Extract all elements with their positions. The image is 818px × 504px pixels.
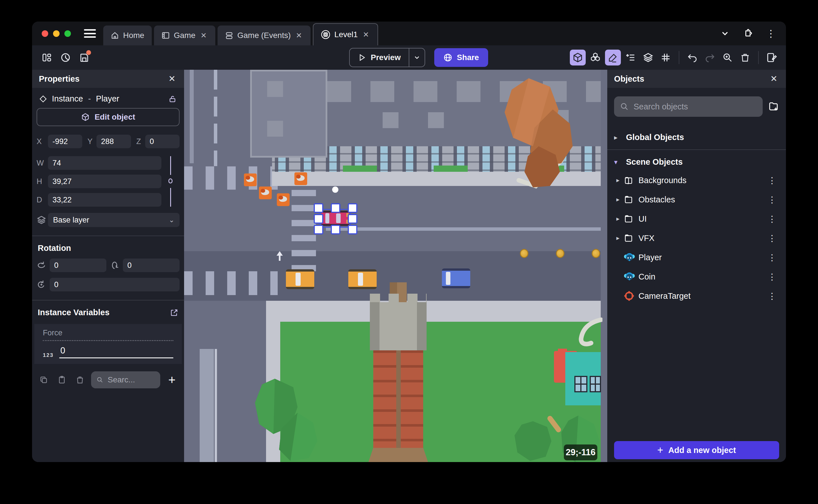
row-menu-icon[interactable]: ⋮ bbox=[765, 291, 779, 301]
obstacle-box[interactable] bbox=[259, 187, 272, 199]
edit-events-sheet-icon[interactable] bbox=[764, 50, 780, 65]
rotation-z-input[interactable] bbox=[50, 278, 179, 291]
extensions-puzzle-icon[interactable] bbox=[743, 28, 753, 39]
tab-game[interactable]: Game ✕ bbox=[154, 26, 215, 45]
z-input[interactable] bbox=[145, 135, 179, 148]
save-icon[interactable] bbox=[76, 50, 92, 65]
white-branch[interactable] bbox=[566, 317, 603, 351]
resize-handle-nw[interactable] bbox=[314, 203, 323, 213]
objects-tool-icon[interactable] bbox=[587, 50, 603, 65]
global-objects-section[interactable]: ▸ Global Objects bbox=[614, 133, 779, 142]
trash-icon[interactable] bbox=[73, 373, 87, 387]
rotation-y-input[interactable] bbox=[123, 259, 179, 272]
variable-value[interactable]: 0 bbox=[59, 346, 173, 358]
grid-icon[interactable] bbox=[658, 50, 674, 65]
corner-tower-building[interactable] bbox=[250, 70, 327, 158]
history-icon[interactable] bbox=[58, 50, 73, 65]
minimize-window-button[interactable] bbox=[53, 30, 60, 37]
preview-button-main[interactable]: Preview bbox=[350, 48, 409, 67]
coin[interactable] bbox=[520, 249, 529, 258]
resize-handle-w[interactable] bbox=[314, 214, 323, 224]
row-menu-icon[interactable]: ⋮ bbox=[765, 214, 779, 224]
objects-search[interactable] bbox=[614, 96, 763, 117]
tab-game-events[interactable]: Game (Events) ✕ bbox=[217, 26, 310, 45]
teal-building[interactable] bbox=[554, 349, 601, 405]
object-row-ui[interactable]: ▸ UI ⋮ bbox=[614, 209, 779, 228]
row-menu-icon[interactable]: ⋮ bbox=[765, 195, 779, 205]
player-car-selected[interactable] bbox=[321, 211, 349, 226]
copy-icon[interactable] bbox=[37, 373, 51, 387]
autumn-tree[interactable] bbox=[468, 75, 581, 194]
add-folder-icon[interactable] bbox=[768, 101, 779, 112]
resize-handle-se[interactable] bbox=[348, 225, 357, 234]
object-row-coin[interactable]: Coin ⋮ bbox=[614, 267, 779, 286]
variables-search[interactable] bbox=[91, 371, 160, 388]
object-row-vfx[interactable]: ▸ VFX ⋮ bbox=[614, 228, 779, 248]
layer-select[interactable]: Base layer ⌄ bbox=[48, 213, 179, 227]
blue-car[interactable] bbox=[442, 268, 470, 288]
rotation-x-input[interactable] bbox=[50, 259, 106, 272]
unlock-icon[interactable] bbox=[168, 95, 177, 103]
edit-tool-icon[interactable] bbox=[605, 50, 621, 65]
y-input[interactable] bbox=[96, 135, 131, 148]
undo-icon[interactable] bbox=[684, 50, 700, 65]
object-row-backgrounds[interactable]: ▸ Backgrounds ⋮ bbox=[614, 171, 779, 190]
tab-level1[interactable]: Level1 ✕ bbox=[313, 23, 378, 45]
object-row-cameratarget[interactable]: CameraTarget ⋮ bbox=[614, 286, 779, 306]
coin[interactable] bbox=[556, 249, 565, 258]
variables-search-input[interactable] bbox=[107, 375, 155, 385]
brick-tower[interactable] bbox=[370, 282, 427, 462]
panels-layout-icon[interactable] bbox=[39, 50, 55, 65]
scene-canvas[interactable]: 29;-116 bbox=[184, 70, 607, 462]
row-menu-icon[interactable]: ⋮ bbox=[765, 253, 779, 262]
preview-button[interactable]: Preview bbox=[349, 48, 425, 67]
yellow-car[interactable] bbox=[286, 269, 314, 289]
row-menu-icon[interactable]: ⋮ bbox=[765, 233, 779, 243]
chevron-right-icon[interactable]: ▸ bbox=[614, 234, 624, 242]
view-3d-tool-icon[interactable] bbox=[570, 50, 586, 65]
close-icon[interactable]: ✕ bbox=[769, 74, 779, 84]
resize-handle-ne[interactable] bbox=[348, 203, 357, 213]
add-new-object-button[interactable]: + Add a new object bbox=[614, 441, 779, 459]
rotation-handle[interactable] bbox=[332, 187, 338, 193]
tab-close-icon[interactable]: ✕ bbox=[295, 31, 303, 41]
share-button[interactable]: Share bbox=[434, 48, 488, 67]
tab-close-icon[interactable]: ✕ bbox=[361, 30, 370, 40]
height-input[interactable] bbox=[48, 175, 161, 188]
redo-icon[interactable] bbox=[702, 50, 718, 65]
chevron-right-icon[interactable]: ▸ bbox=[614, 196, 624, 203]
menu-icon[interactable] bbox=[84, 29, 96, 38]
scene-objects-section[interactable]: ▾ Scene Objects bbox=[614, 157, 779, 167]
x-input[interactable] bbox=[48, 135, 82, 148]
width-input[interactable] bbox=[48, 156, 161, 170]
variable-row[interactable]: Force 123 0 bbox=[34, 324, 182, 364]
obstacle-box[interactable] bbox=[294, 172, 307, 185]
close-window-button[interactable] bbox=[42, 30, 48, 37]
green-trees-left[interactable] bbox=[248, 376, 324, 462]
obstacle-box[interactable] bbox=[277, 193, 289, 206]
row-menu-icon[interactable]: ⋮ bbox=[765, 175, 779, 185]
delete-icon[interactable] bbox=[737, 50, 753, 65]
instances-list-icon[interactable] bbox=[623, 50, 639, 65]
preview-options-button[interactable] bbox=[409, 48, 425, 67]
resize-handle-e[interactable] bbox=[348, 214, 357, 224]
objects-search-input[interactable] bbox=[633, 102, 756, 112]
paste-icon[interactable] bbox=[55, 373, 69, 387]
layers-icon[interactable] bbox=[640, 50, 656, 65]
object-row-obstacles[interactable]: ▸ Obstacles ⋮ bbox=[614, 190, 779, 209]
chevron-down-icon[interactable] bbox=[720, 29, 730, 38]
resize-handle-sw[interactable] bbox=[314, 225, 323, 234]
object-row-player[interactable]: Player ⋮ bbox=[614, 248, 779, 267]
maximize-window-button[interactable] bbox=[64, 30, 71, 37]
edit-object-button[interactable]: Edit object bbox=[37, 108, 179, 126]
close-icon[interactable]: ✕ bbox=[167, 74, 177, 84]
tab-close-icon[interactable]: ✕ bbox=[199, 31, 208, 41]
zoom-in-icon[interactable] bbox=[720, 50, 735, 65]
coin[interactable] bbox=[592, 249, 600, 258]
resize-handle-n[interactable] bbox=[331, 203, 340, 213]
resize-handle-s[interactable] bbox=[331, 225, 340, 234]
obstacle-box[interactable] bbox=[244, 173, 257, 186]
link-ratio-icon[interactable] bbox=[166, 177, 174, 186]
tab-home[interactable]: Home bbox=[103, 26, 152, 45]
open-external-icon[interactable] bbox=[170, 308, 178, 317]
